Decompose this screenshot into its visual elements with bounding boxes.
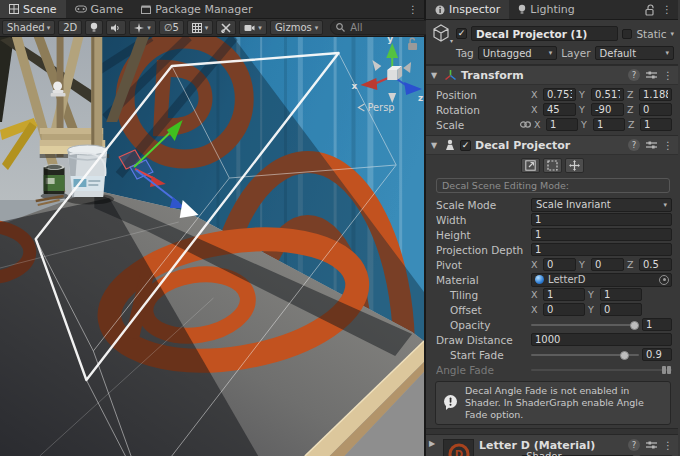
transform-title: Transform bbox=[461, 69, 524, 82]
rotation-y-field[interactable] bbox=[591, 103, 624, 116]
tab-inspector[interactable]: Inspector bbox=[426, 0, 509, 19]
help-icon[interactable]: ? bbox=[628, 439, 640, 451]
static-checkbox[interactable] bbox=[622, 29, 632, 39]
height-field[interactable] bbox=[531, 228, 672, 241]
static-flags-dropdown-icon[interactable]: ▾ bbox=[670, 30, 674, 38]
tab-game[interactable]: Game bbox=[66, 0, 133, 18]
opacity-row: Opacity bbox=[426, 317, 678, 332]
pivot-z-field[interactable] bbox=[639, 258, 672, 271]
start-fade-slider[interactable] bbox=[531, 348, 639, 361]
position-z-field[interactable] bbox=[639, 88, 672, 101]
material-footer: ▶ D Letter D (Material) ? ⋮ Shader Shade… bbox=[426, 435, 678, 456]
start-fade-field[interactable] bbox=[642, 348, 672, 361]
gameobject-name-field[interactable] bbox=[471, 26, 618, 41]
persp-label[interactable]: Persp bbox=[367, 102, 394, 113]
pivot-y-field[interactable] bbox=[591, 258, 624, 271]
component-menu-icon[interactable]: ⋮ bbox=[663, 440, 673, 451]
component-enabled-checkbox[interactable]: ✓ bbox=[460, 140, 471, 151]
tab-scene-label: Scene bbox=[23, 3, 57, 16]
inspector-menu-icon[interactable]: ⋮ bbox=[656, 0, 678, 19]
orientation-cube[interactable] bbox=[387, 70, 397, 80]
component-menu-icon[interactable]: ⋮ bbox=[663, 70, 673, 81]
draw-mode-dropdown[interactable]: Shaded ▾ bbox=[2, 20, 55, 35]
scene-lighting-toggle[interactable] bbox=[85, 20, 103, 35]
angle-fade-label: Angle Fade bbox=[436, 364, 528, 376]
toggle-2d-button[interactable]: 2D bbox=[58, 20, 82, 35]
decal-projector-title: Decal Projector bbox=[475, 139, 570, 152]
pivot-x-field[interactable] bbox=[543, 258, 576, 271]
material-label: Material bbox=[436, 274, 528, 286]
tab-scene[interactable]: Scene bbox=[0, 0, 66, 18]
gameobject-active-checkbox[interactable]: ✓ bbox=[456, 28, 467, 39]
tab-lighting[interactable]: Lighting bbox=[509, 0, 583, 19]
projection-depth-label: Projection Depth bbox=[436, 244, 528, 256]
scene-visibility-toggle[interactable]: ∅5 bbox=[159, 20, 184, 35]
tag-dropdown[interactable]: Untagged ▾ bbox=[478, 46, 557, 60]
presets-icon[interactable] bbox=[646, 70, 657, 80]
draw-distance-label: Draw Distance bbox=[436, 334, 528, 346]
caret-down-icon: ▾ bbox=[315, 24, 319, 32]
tag-label: Tag bbox=[456, 47, 474, 59]
gameobject-cube-icon[interactable]: ▾ bbox=[430, 23, 452, 44]
scene-tab-menu-icon[interactable]: ⋮ bbox=[402, 0, 424, 18]
shader-value: Shader Graphs/Decal bbox=[526, 451, 621, 456]
foldout-icon[interactable]: ▼ bbox=[431, 71, 440, 80]
grid-visibility-dropdown[interactable]: ▾ bbox=[187, 20, 214, 35]
link-scale-icon[interactable] bbox=[519, 120, 531, 129]
foldout-icon[interactable]: ▼ bbox=[431, 141, 440, 150]
gizmos-dropdown[interactable]: Gizmos ▾ bbox=[270, 20, 323, 35]
decal-projector-header[interactable]: ▼ ✓ Decal Projector ? ⋮ bbox=[426, 135, 678, 155]
pivot-move-mode-button[interactable] bbox=[565, 158, 584, 173]
help-icon[interactable]: ? bbox=[628, 139, 640, 151]
draw-distance-field[interactable] bbox=[531, 333, 672, 346]
caret-down-icon: ▾ bbox=[450, 37, 453, 44]
scale-mode-dropdown[interactable]: Scale Invariant ▾ bbox=[531, 198, 672, 212]
projection-depth-field[interactable] bbox=[531, 243, 672, 256]
crop-edit-mode-button[interactable] bbox=[543, 158, 562, 173]
layer-dropdown[interactable]: Default ▾ bbox=[595, 46, 674, 60]
scale-x-field[interactable] bbox=[546, 118, 578, 131]
component-menu-icon[interactable]: ⋮ bbox=[663, 140, 673, 151]
angle-fade-warning: Decal Angle Fade is not enabled in Shade… bbox=[435, 381, 671, 425]
rotation-z-field[interactable] bbox=[639, 103, 672, 116]
offset-y-field[interactable] bbox=[600, 303, 642, 316]
scale-mode-row: Scale Mode Scale Invariant ▾ bbox=[426, 197, 678, 212]
presets-icon[interactable] bbox=[646, 140, 657, 150]
scale-y-field[interactable] bbox=[593, 118, 625, 131]
width-field[interactable] bbox=[531, 213, 672, 226]
decal-projector-icon bbox=[444, 139, 456, 151]
scale-edit-mode-button[interactable] bbox=[521, 158, 540, 173]
tiling-row: Tiling X Y bbox=[426, 287, 678, 302]
material-thumbnail[interactable]: D bbox=[443, 439, 474, 456]
scale-z-field[interactable] bbox=[640, 118, 672, 131]
opacity-field[interactable] bbox=[642, 318, 672, 331]
scene-audio-toggle[interactable] bbox=[106, 20, 126, 35]
offset-x-field[interactable] bbox=[543, 303, 585, 316]
axis-y-label: y bbox=[387, 37, 393, 44]
material-foldout-icon[interactable]: ▶ bbox=[429, 439, 438, 448]
scene-viewport[interactable]: y x z Persp bbox=[0, 37, 424, 456]
unlock-icon[interactable] bbox=[645, 4, 656, 16]
tiling-x-field[interactable] bbox=[543, 288, 585, 301]
opacity-label: Opacity bbox=[436, 319, 528, 331]
height-row: Height bbox=[426, 227, 678, 242]
tab-package-manager[interactable]: Package Manager bbox=[132, 0, 261, 18]
tiling-y-field[interactable] bbox=[600, 288, 642, 301]
tab-package-manager-label: Package Manager bbox=[155, 3, 252, 16]
caret-down-icon: ▾ bbox=[47, 24, 51, 32]
object-picker-icon[interactable] bbox=[659, 275, 669, 285]
opacity-slider[interactable] bbox=[531, 318, 639, 331]
presets-icon[interactable] bbox=[646, 440, 657, 450]
position-x-field[interactable] bbox=[543, 88, 576, 101]
help-icon[interactable]: ? bbox=[628, 69, 640, 81]
search-icon bbox=[336, 23, 345, 32]
scene-grid-icon bbox=[9, 4, 19, 14]
scene-tools-button[interactable] bbox=[216, 20, 236, 35]
material-object-field[interactable]: LetterD bbox=[531, 273, 672, 287]
position-y-field[interactable] bbox=[591, 88, 624, 101]
transform-header[interactable]: ▼ Transform ? ⋮ bbox=[426, 65, 678, 85]
scene-effects-dropdown[interactable]: ▾ bbox=[129, 20, 156, 35]
rotation-x-field[interactable] bbox=[543, 103, 576, 116]
scene-camera-dropdown[interactable]: ▾ bbox=[239, 20, 267, 35]
offset-label: Offset bbox=[436, 304, 528, 316]
